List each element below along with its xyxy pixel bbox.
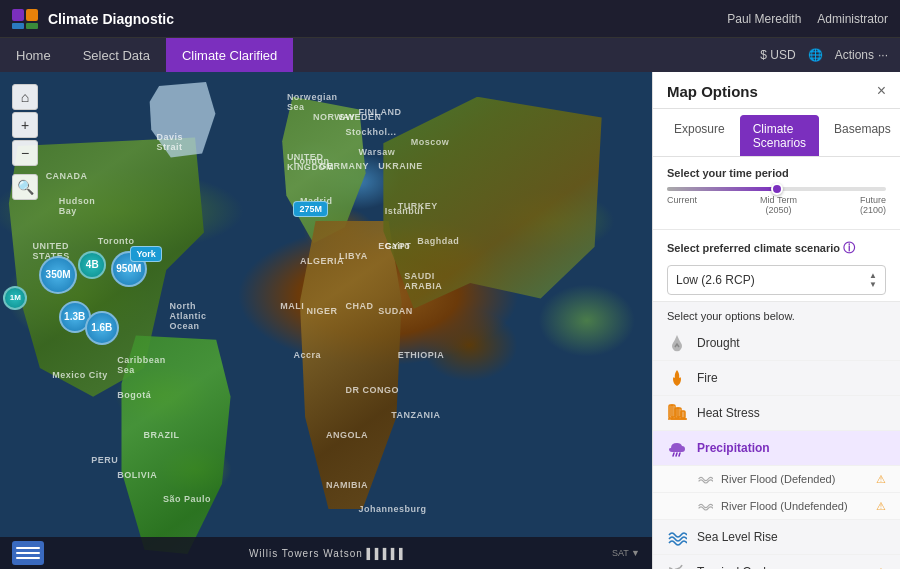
map-controls: ⌂ + − 🔍 bbox=[12, 84, 38, 200]
search-control[interactable]: 🔍 bbox=[12, 174, 38, 200]
time-thumb[interactable] bbox=[771, 183, 783, 195]
logo-icon bbox=[12, 9, 40, 29]
precipitation-label: Precipitation bbox=[697, 441, 886, 455]
app-title: Climate Diagnostic bbox=[48, 11, 174, 27]
heat-stress-icon bbox=[667, 403, 687, 423]
zoom-in-control[interactable]: + bbox=[12, 112, 38, 138]
drought-label: Drought bbox=[697, 336, 886, 350]
time-period-label: Select your time period bbox=[667, 167, 886, 179]
tab-climate-scenarios[interactable]: Climate Scenarios bbox=[740, 115, 819, 156]
user-name: Paul Meredith bbox=[727, 12, 801, 26]
svg-rect-9 bbox=[669, 405, 673, 418]
cluster-4b[interactable]: 4B bbox=[78, 251, 106, 279]
nav-bar: Home Select Data Climate Clarified $ USD… bbox=[0, 38, 900, 72]
climate-scenario-label: Select preferred climate scenario ⓘ bbox=[667, 240, 886, 257]
climate-scenario-dropdown[interactable]: Low (2.6 RCP) ▲ ▼ bbox=[667, 265, 886, 295]
option-drought[interactable]: Drought bbox=[653, 326, 900, 361]
sea-level-rise-label: Sea Level Rise bbox=[697, 530, 886, 544]
fire-label: Fire bbox=[697, 371, 886, 385]
zoom-out-control[interactable]: − bbox=[12, 140, 38, 166]
marker-275m[interactable]: 275M bbox=[293, 201, 328, 217]
panel-tabs: Exposure Climate Scenarios Basemaps › bbox=[653, 109, 900, 157]
warning-icon-cyclone: ⚠ bbox=[876, 566, 886, 570]
time-midterm: Mid Term(2050) bbox=[760, 195, 797, 215]
user-role: Administrator bbox=[817, 12, 888, 26]
nav-home[interactable]: Home bbox=[0, 38, 67, 72]
time-fill bbox=[667, 187, 777, 191]
time-period-section: Select your time period Current Mid Term… bbox=[653, 157, 900, 230]
nav-climate-clarified[interactable]: Climate Clarified bbox=[166, 38, 293, 72]
tab-basemaps[interactable]: Basemaps bbox=[821, 115, 900, 156]
drought-icon bbox=[667, 333, 687, 353]
precipitation-icon bbox=[667, 438, 687, 458]
cluster-350m[interactable]: 350M bbox=[39, 256, 77, 294]
cluster-1m[interactable]: 1M bbox=[3, 286, 27, 310]
tropical-cyclone-icon bbox=[667, 562, 687, 569]
user-area: Paul Meredith Administrator bbox=[727, 12, 888, 26]
map-background: CANADA UNITEDSTATES Mexico City Caribbea… bbox=[0, 72, 652, 569]
option-heat-stress[interactable]: Heat Stress bbox=[653, 396, 900, 431]
svg-rect-10 bbox=[675, 408, 679, 418]
svg-rect-1 bbox=[26, 9, 38, 21]
climate-scenario-section: Select preferred climate scenario ⓘ Low … bbox=[653, 230, 900, 302]
cluster-16b[interactable]: 1.6B bbox=[85, 311, 119, 345]
sea-level-rise-icon bbox=[667, 527, 687, 547]
svg-rect-11 bbox=[681, 411, 685, 418]
option-tropical-cyclone[interactable]: Tropical Cyclone ⚠ bbox=[653, 555, 900, 569]
top-bar: Climate Diagnostic Paul Meredith Adminis… bbox=[0, 0, 900, 38]
dropdown-arrows: ▲ ▼ bbox=[869, 271, 877, 289]
svg-rect-3 bbox=[26, 23, 38, 29]
time-future: Future(2100) bbox=[860, 195, 886, 215]
river-flood-defended-icon bbox=[697, 471, 713, 487]
panel-header: Map Options × bbox=[653, 72, 900, 109]
tropical-cyclone-label: Tropical Cyclone bbox=[697, 565, 866, 569]
main-content: CANADA UNITEDSTATES Mexico City Caribbea… bbox=[0, 72, 900, 569]
nav-select-data[interactable]: Select Data bbox=[67, 38, 166, 72]
time-track bbox=[667, 187, 886, 191]
time-current: Current bbox=[667, 195, 697, 215]
warning-icon-undefended: ⚠ bbox=[876, 500, 886, 513]
panel-close-button[interactable]: × bbox=[877, 82, 886, 100]
nav-left: Home Select Data Climate Clarified bbox=[0, 38, 293, 72]
marker-york[interactable]: York bbox=[130, 246, 161, 262]
map-bottom-bar: Willis Towers Watson ▌▌▌▌▌ SAT ▼ bbox=[0, 537, 652, 569]
actions-button[interactable]: Actions ··· bbox=[835, 48, 888, 62]
menu-button[interactable] bbox=[12, 541, 44, 565]
time-slider[interactable]: Current Mid Term(2050) Future(2100) bbox=[667, 187, 886, 215]
map-area[interactable]: CANADA UNITEDSTATES Mexico City Caribbea… bbox=[0, 72, 652, 569]
warning-icon-defended: ⚠ bbox=[876, 473, 886, 486]
svg-rect-2 bbox=[12, 23, 24, 29]
option-sea-level-rise[interactable]: Sea Level Rise bbox=[653, 520, 900, 555]
panel-title: Map Options bbox=[667, 83, 758, 100]
globe-icon: 🌐 bbox=[808, 48, 823, 62]
sub-option-river-flood-defended[interactable]: River Flood (Defended) ⚠ bbox=[653, 466, 900, 493]
scale-indicator: SAT ▼ bbox=[612, 548, 640, 558]
river-flood-undefended-label: River Flood (Undefended) bbox=[721, 500, 868, 512]
options-section: Select your options below. Drought bbox=[653, 302, 900, 569]
fire-icon bbox=[667, 368, 687, 388]
svg-rect-0 bbox=[12, 9, 24, 21]
currency-display: $ USD bbox=[760, 48, 795, 62]
climate-scenario-value: Low (2.6 RCP) bbox=[676, 273, 755, 287]
river-flood-undefended-icon bbox=[697, 498, 713, 514]
option-precipitation[interactable]: Precipitation bbox=[653, 431, 900, 466]
home-control[interactable]: ⌂ bbox=[12, 84, 38, 110]
map-panel: Map Options × Exposure Climate Scenarios… bbox=[652, 72, 900, 569]
logo-area: Climate Diagnostic bbox=[12, 9, 174, 29]
option-fire[interactable]: Fire bbox=[653, 361, 900, 396]
time-labels: Current Mid Term(2050) Future(2100) bbox=[667, 195, 886, 215]
wtw-logo: Willis Towers Watson ▌▌▌▌▌ bbox=[249, 548, 407, 559]
sub-option-river-flood-undefended[interactable]: River Flood (Undefended) ⚠ bbox=[653, 493, 900, 520]
nav-right: $ USD 🌐 Actions ··· bbox=[760, 48, 900, 62]
tab-exposure[interactable]: Exposure bbox=[661, 115, 738, 156]
heat-stress-label: Heat Stress bbox=[697, 406, 886, 420]
river-flood-defended-label: River Flood (Defended) bbox=[721, 473, 868, 485]
options-label: Select your options below. bbox=[653, 302, 900, 326]
